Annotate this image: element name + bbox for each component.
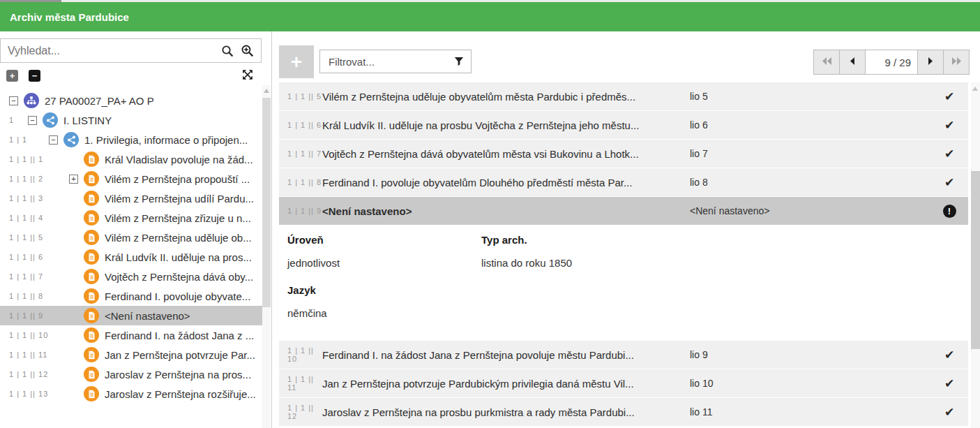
tree-node-label: Vojtěch z Pernštejna dává oby... bbox=[105, 271, 253, 283]
tree-node[interactable]: 1 | 1 || 12 Jaroslav z Pernštejna na pro… bbox=[0, 364, 262, 384]
add-record-button[interactable]: + bbox=[279, 45, 314, 78]
record-row-reference: lio 11 bbox=[690, 406, 939, 418]
record-row[interactable]: 1 | 1 || 12 Jaroslav z Pernštejna na pro… bbox=[279, 398, 968, 426]
record-row-status: ✔ ! bbox=[939, 205, 960, 218]
item-icon bbox=[84, 327, 99, 343]
exclamation-icon: ! bbox=[943, 205, 956, 218]
record-row[interactable]: 1 | 1 || 6 Král Ludvík II. uděluje na pr… bbox=[279, 111, 968, 139]
filter-input[interactable] bbox=[327, 55, 454, 68]
scroll-up-arrow-icon[interactable] bbox=[972, 87, 978, 91]
tree-node[interactable]: 1 | 1 || 2 + Vilém z Pernštejna propoušt… bbox=[0, 169, 262, 189]
next-page-button[interactable] bbox=[917, 50, 944, 75]
page-indicator[interactable]: 9 / 29 bbox=[865, 50, 918, 75]
tree-node[interactable]: 1 | 1 || 10 Ferdinand I. na žádost Jana … bbox=[0, 325, 262, 345]
plus-square-icon: + bbox=[10, 71, 15, 80]
minus-square-icon: − bbox=[32, 71, 38, 80]
tree-node-label: Vilém z Pernštejna uděluje ob... bbox=[105, 232, 252, 244]
search-input[interactable] bbox=[6, 44, 221, 58]
record-row[interactable]: 1 | 1 || 5 Vilém z Pernštejna uděluje ob… bbox=[279, 82, 968, 110]
record-list-scrollbar-thumb[interactable] bbox=[971, 171, 980, 349]
pagination: 9 / 29 bbox=[813, 50, 970, 75]
record-row-reference: lio 7 bbox=[690, 148, 939, 159]
record-row-prefix: 1 | 1 || 5 bbox=[287, 92, 322, 101]
record-row-status: ✔ ! bbox=[939, 405, 960, 420]
tree-expander-icon[interactable]: − bbox=[9, 96, 18, 105]
record-row[interactable]: 1 | 1 || 7 Vojtěch z Pernštejna dává oby… bbox=[279, 140, 968, 168]
expand-arrows-icon[interactable] bbox=[242, 69, 253, 83]
search-box bbox=[0, 38, 262, 63]
detail-label: Úroveň bbox=[287, 234, 481, 246]
tree-node[interactable]: 1 | 1 || 4 Vilém z Pernštejna zřizuje u … bbox=[0, 208, 262, 228]
tree-node-label: Jan z Pernštejna potvrzuje Par... bbox=[105, 349, 255, 361]
tree-node[interactable]: 1 | 1 || 1 Král Vladislav povoluje na žá… bbox=[0, 149, 262, 169]
filter-box bbox=[319, 50, 472, 73]
tree-scrollbar[interactable] bbox=[262, 85, 271, 428]
tree-node-label: Král Ludvík II. uděluje na pros... bbox=[105, 251, 252, 263]
record-row-reference: lio 10 bbox=[690, 378, 939, 389]
expand-all-button[interactable]: + bbox=[6, 70, 18, 82]
tree-node[interactable]: 1 | 1 || 7 Vojtěch z Pernštejna dává oby… bbox=[0, 267, 262, 286]
detail-label: Jazyk bbox=[287, 284, 968, 296]
tree-node-label: <Není nastaveno> bbox=[105, 310, 190, 322]
record-row-title: Jaroslav z Pernštejna na prosbu purkmist… bbox=[322, 406, 690, 418]
record-row-prefix: 1 | 1 || 12 bbox=[287, 404, 322, 420]
tree-node-label: Vilém z Pernštejna udílí Pardu... bbox=[105, 193, 254, 205]
record-toolbar: + 9 / 29 bbox=[272, 31, 980, 82]
record-row-reference: lio 9 bbox=[690, 349, 939, 360]
item-icon bbox=[84, 288, 99, 304]
record-row[interactable]: 1 | 1 || 9 <Není nastaveno> <Není nastav… bbox=[279, 197, 968, 225]
tree-node[interactable]: 1 | 1 || 6 Král Ludvík II. uděluje na pr… bbox=[0, 247, 262, 267]
tree-node[interactable]: 1 | 1 || 5 Vilém z Pernštejna uděluje ob… bbox=[0, 228, 262, 247]
zoom-in-icon[interactable] bbox=[241, 44, 254, 57]
record-row[interactable]: 1 | 1 || 11 Jan z Pernštejna potvrzuje P… bbox=[279, 369, 968, 397]
tree-node-prefix: 1 | 1 || 5 bbox=[9, 233, 69, 242]
tree-node[interactable]: 1 | 1 || 8 Ferdinand I. povoluje obyvate… bbox=[0, 286, 262, 306]
funnel-icon[interactable] bbox=[454, 57, 464, 66]
detail-value: listina do roku 1850 bbox=[481, 257, 968, 269]
record-row-status: ✔ ! bbox=[939, 118, 960, 133]
item-icon bbox=[84, 230, 99, 245]
window-top-strip bbox=[0, 0, 980, 2]
first-page-button[interactable] bbox=[813, 50, 840, 75]
last-page-icon bbox=[951, 56, 963, 68]
tree-node-prefix: 1 | 1 || 12 bbox=[9, 370, 69, 378]
check-icon: ✔ bbox=[944, 405, 954, 420]
tree-node-prefix: 1 | 1 || 1 bbox=[9, 155, 69, 163]
tree-node[interactable]: 1 | 1 || 13 Jaroslav z Pernštejna rozšiř… bbox=[0, 384, 262, 404]
tree-node[interactable]: − 27 PA00027_PA+ AO P bbox=[0, 91, 262, 110]
check-icon: ✔ bbox=[944, 348, 954, 362]
tree-node[interactable]: 1 | 1 − 1. Privilegia, informace o připo… bbox=[0, 130, 262, 149]
tree-expander-icon[interactable]: − bbox=[49, 135, 58, 145]
record-row-prefix: 1 | 1 || 11 bbox=[287, 375, 322, 392]
record-row-prefix: 1 | 1 || 6 bbox=[287, 121, 322, 129]
item-icon bbox=[84, 367, 99, 382]
plus-icon: + bbox=[291, 51, 302, 73]
tree-toolbar: + − bbox=[0, 65, 271, 86]
tree-node-prefix: 1 | 1 || 7 bbox=[9, 272, 69, 281]
collapse-all-button[interactable]: − bbox=[29, 70, 40, 82]
tree-node[interactable]: 1 | 1 || 11 Jan z Pernštejna potvrzuje P… bbox=[0, 345, 262, 364]
tree-expander-icon[interactable]: + bbox=[69, 175, 78, 184]
series-icon bbox=[43, 112, 58, 128]
scroll-up-arrow-icon[interactable] bbox=[264, 89, 269, 93]
tree: − 27 PA00027_PA+ AO P 1 − I. LISTINY 1 |… bbox=[0, 91, 262, 404]
record-row-status: ✔ ! bbox=[939, 89, 960, 104]
record-row-title: Vojtěch z Pernštejna dává obyvatelům měs… bbox=[322, 148, 690, 160]
prev-page-button[interactable] bbox=[839, 50, 866, 75]
tree-scrollbar-thumb[interactable] bbox=[262, 98, 271, 307]
tree-node[interactable]: 1 | 1 || 3 Vilém z Pernštejna udílí Pard… bbox=[0, 189, 262, 208]
last-page-button[interactable] bbox=[943, 50, 970, 75]
record-row[interactable]: 1 | 1 || 10 Ferdinand I. na žádost Jana … bbox=[279, 341, 968, 369]
next-page-icon bbox=[927, 56, 934, 68]
search-icon[interactable] bbox=[221, 45, 234, 57]
detail-value: jednotlivost bbox=[287, 257, 481, 269]
record-row-status: ✔ ! bbox=[939, 147, 960, 161]
tree-node[interactable]: 1 | 1 || 9 <Není nastaveno> bbox=[0, 306, 262, 325]
record-list-scrollbar[interactable] bbox=[971, 82, 980, 428]
check-icon: ✔ bbox=[944, 89, 954, 104]
item-icon bbox=[84, 210, 99, 226]
record-row[interactable]: 1 | 1 || 8 Ferdinand I. povoluje obyvate… bbox=[279, 168, 968, 196]
tree-node[interactable]: 1 − I. LISTINY bbox=[0, 110, 262, 130]
app-header: Archiv města Pardubice bbox=[0, 2, 980, 31]
tree-expander-icon[interactable]: − bbox=[28, 116, 37, 125]
